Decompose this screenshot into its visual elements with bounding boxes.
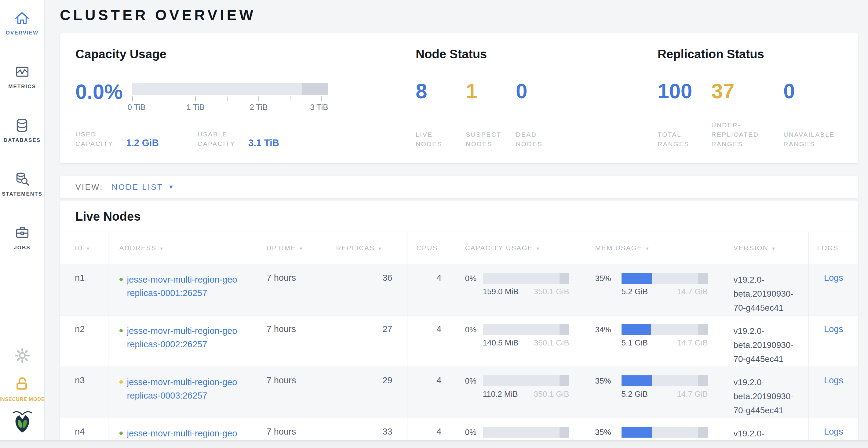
- gear-icon[interactable]: [13, 346, 32, 366]
- node-id: n1: [60, 264, 108, 316]
- node-logs-cell: Logs: [808, 367, 858, 418]
- cluster-overview-page: OVERVIEW METRICS DATABASES: [0, 0, 868, 448]
- sidebar-item-databases[interactable]: DATABASES: [4, 116, 41, 143]
- sidebar-item-jobs[interactable]: JOBS: [13, 224, 31, 251]
- sidebar-item-metrics[interactable]: METRICS: [8, 63, 36, 90]
- total-ranges-value: 100: [657, 83, 711, 99]
- node-cpus: 4: [407, 264, 457, 316]
- node-status-section: Node Status 8 LIVE NODES 1 SUSPECT NODES…: [416, 46, 657, 163]
- node-address-cell: jesse-movr-multi-region-geo replicas-000…: [108, 367, 255, 418]
- node-mem-usage: 35% 5.2 GiB14.7 GiB: [587, 367, 720, 418]
- table-row-n2: n2 jesse-movr-multi-region-geo replicas-…: [60, 316, 858, 367]
- total-ranges-stat: 100 TOTAL RANGES: [657, 83, 711, 149]
- capacity-axis: [132, 97, 321, 101]
- node-cpus: 4: [407, 418, 457, 441]
- logs-link[interactable]: Logs: [824, 427, 843, 437]
- node-uptime: 7 hours: [255, 418, 327, 441]
- table-row-n4: n4 jesse-movr-multi-region-geo replicas-…: [60, 418, 858, 441]
- column-header-capacity-usage[interactable]: CAPACITY USAGE▼: [457, 232, 587, 264]
- databases-icon: [13, 116, 31, 134]
- cockroachdb-logo[interactable]: [11, 409, 34, 436]
- column-header-replicas[interactable]: REPLICAS▼: [327, 232, 407, 264]
- home-icon: [13, 9, 31, 27]
- unlock-icon: [13, 374, 32, 394]
- view-selector-bar[interactable]: VIEW: NODE LIST ▼: [60, 176, 858, 198]
- sort-caret-icon: ▼: [535, 246, 540, 251]
- node-capacity-usage: 0% 140.5 MiB350.1 GiB: [457, 316, 587, 367]
- node-version: v19.2.0-beta.20190930-70-g445ec41: [720, 316, 808, 367]
- node-address-cell: jesse-movr-multi-region-geo replicas-000…: [108, 264, 255, 316]
- cluster-summary-panel: Capacity Usage 0.0%: [60, 33, 858, 164]
- replication-status-section: Replication Status 100 TOTAL RANGES 37 U…: [657, 46, 858, 163]
- node-logs-cell: Logs: [808, 264, 858, 316]
- node-uptime: 7 hours: [255, 264, 327, 316]
- column-header-version[interactable]: VERSION▼: [720, 232, 808, 264]
- sidebar: OVERVIEW METRICS DATABASES: [0, 0, 44, 448]
- capacity-percent: 0.0%: [75, 83, 127, 112]
- sidebar-item-label: JOBS: [14, 245, 30, 251]
- under-replicated-ranges-value: 37: [711, 83, 783, 99]
- usable-capacity-value: 3.1 TiB: [248, 139, 279, 148]
- column-header-address[interactable]: ADDRESS▼: [108, 232, 255, 264]
- node-address-link[interactable]: jesse-movr-multi-region-geo replicas-000…: [127, 427, 254, 440]
- sidebar-item-statements[interactable]: STATEMENTS: [2, 170, 42, 197]
- unavailable-ranges-stat: 0 UNAVAILABLE RANGES: [783, 83, 844, 149]
- node-logs-cell: Logs: [808, 418, 858, 441]
- node-address-link[interactable]: jesse-movr-multi-region-geo replicas-000…: [127, 324, 254, 351]
- node-uptime: 7 hours: [255, 316, 327, 367]
- live-nodes-title: Live Nodes: [75, 208, 858, 224]
- node-status-dot: [119, 432, 123, 435]
- column-header-logs: LOGS: [808, 232, 858, 264]
- axis-tick-label: 3 TiB: [310, 103, 328, 112]
- node-version: v19.2.0-beta.20190930-70-g445ec41: [720, 367, 808, 418]
- node-id: n4: [60, 418, 108, 441]
- node-address-cell: jesse-movr-multi-region-geo replicas-000…: [108, 418, 255, 441]
- capacity-bar: 0 TiB 1 TiB 2 TiB 3 TiB: [132, 83, 328, 112]
- node-address-link[interactable]: jesse-movr-multi-region-geo replicas-000…: [127, 375, 254, 402]
- sort-caret-icon: ▼: [645, 246, 650, 251]
- sidebar-bottom: INSECURE MODE: [0, 346, 45, 448]
- sidebar-item-label: METRICS: [8, 83, 36, 90]
- statements-icon: [13, 170, 31, 188]
- dead-nodes-stat: 0 DEAD NODES: [516, 83, 566, 149]
- axis-tick-label: 0 TiB: [127, 103, 145, 112]
- view-selected-value[interactable]: NODE LIST: [112, 182, 163, 192]
- replication-status-title: Replication Status: [657, 46, 858, 62]
- node-version: v19.2.0-beta.20190930-70-g445ec41: [720, 264, 808, 316]
- live-nodes-panel: Live Nodes ID▼ ADDRESS▼ UPTIME▼ REPLICAS…: [60, 201, 858, 440]
- sort-caret-icon: ▼: [159, 246, 164, 251]
- insecure-mode-indicator[interactable]: INSECURE MODE: [0, 374, 45, 402]
- usable-capacity-label: USABLE CAPACITY: [197, 129, 244, 148]
- node-id: n2: [60, 316, 108, 367]
- insecure-mode-label: INSECURE MODE: [0, 397, 45, 402]
- column-header-id[interactable]: ID▼: [60, 232, 108, 264]
- dropdown-caret-icon[interactable]: ▼: [168, 184, 174, 191]
- capacity-bar-reserved-segment: [302, 83, 328, 95]
- node-cpus: 4: [407, 367, 457, 418]
- logs-link[interactable]: Logs: [824, 375, 843, 385]
- used-capacity-label: USED CAPACITY: [75, 129, 122, 148]
- table-header-row: ID▼ ADDRESS▼ UPTIME▼ REPLICAS▼ CPUS CAPA…: [60, 232, 858, 264]
- under-replicated-ranges-stat: 37 UNDER-REPLICATED RANGES: [711, 83, 783, 149]
- column-header-uptime[interactable]: UPTIME▼: [255, 232, 327, 264]
- live-nodes-table: ID▼ ADDRESS▼ UPTIME▼ REPLICAS▼ CPUS CAPA…: [60, 232, 858, 440]
- node-replicas: 27: [327, 316, 407, 367]
- node-capacity-usage: 0% 159.0 MiB350.1 GiB: [457, 264, 587, 316]
- axis-tick-label: 2 TiB: [250, 103, 268, 112]
- suspect-nodes-value: 1: [466, 83, 516, 99]
- node-status-dot: [119, 329, 123, 332]
- logs-link[interactable]: Logs: [824, 324, 843, 334]
- sidebar-item-label: DATABASES: [4, 137, 41, 143]
- column-header-mem-usage[interactable]: MEM USAGE▼: [587, 232, 720, 264]
- table-row-n1: n1 jesse-movr-multi-region-geo replicas-…: [60, 264, 858, 316]
- usable-capacity-stat: USABLE CAPACITY 3.1 TiB: [197, 129, 279, 148]
- sidebar-item-label: STATEMENTS: [2, 191, 42, 197]
- sort-caret-icon: ▼: [299, 246, 304, 251]
- used-capacity-value: 1.2 GiB: [126, 139, 159, 148]
- logs-link[interactable]: Logs: [824, 273, 843, 283]
- sidebar-item-overview[interactable]: OVERVIEW: [6, 9, 38, 36]
- dead-nodes-label: DEAD NODES: [516, 130, 556, 149]
- node-logs-cell: Logs: [808, 316, 858, 367]
- used-capacity-stat: USED CAPACITY 1.2 GiB: [75, 129, 197, 148]
- node-address-link[interactable]: jesse-movr-multi-region-geo replicas-000…: [127, 273, 254, 300]
